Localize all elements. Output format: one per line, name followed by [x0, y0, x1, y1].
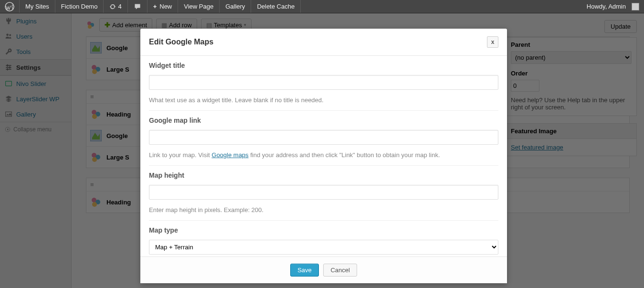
- modal-close-button[interactable]: x: [487, 36, 498, 48]
- save-button[interactable]: Save: [290, 264, 319, 277]
- site-name-link[interactable]: Fiction Demo: [55, 0, 104, 13]
- svg-point-0: [5, 2, 14, 11]
- my-sites-link[interactable]: My Sites: [20, 0, 55, 13]
- admin-bar-right[interactable]: Howdy, Admin: [583, 0, 644, 13]
- field-desc: Link to your map. Visit Google maps find…: [149, 151, 498, 159]
- refresh-icon: [109, 3, 116, 10]
- field-desc: Enter map height in pixels. Example: 200…: [149, 206, 498, 213]
- admin-bar-left: My Sites Fiction Demo 4 + New View Page …: [0, 0, 301, 13]
- new-link[interactable]: + New: [148, 0, 179, 13]
- wordpress-icon: [5, 2, 14, 11]
- howdy-text: Howdy, Admin: [583, 3, 630, 10]
- admin-bar: My Sites Fiction Demo 4 + New View Page …: [0, 0, 644, 13]
- new-label: New: [159, 3, 172, 10]
- modal-title: Edit Google Maps: [149, 38, 213, 46]
- comments-link[interactable]: [128, 0, 148, 13]
- desc-post: find your address and then click "Link" …: [249, 151, 440, 159]
- modal-body: Widget title What text use as a widget t…: [140, 56, 507, 256]
- map-type-field: Map type Map + Terrain Select map type.: [149, 226, 498, 256]
- updates-count: 4: [118, 3, 121, 10]
- google-maps-link[interactable]: Google maps: [211, 151, 248, 159]
- delete-cache-link[interactable]: Delete Cache: [251, 0, 301, 13]
- map-link-field: Google map link Link to your map. Visit …: [149, 117, 498, 166]
- desc-pre: Link to your map. Visit: [149, 151, 211, 159]
- updates-link[interactable]: 4: [104, 0, 127, 13]
- map-link-input[interactable]: [149, 130, 498, 145]
- field-label: Google map link: [149, 117, 498, 124]
- edit-google-maps-modal: Edit Google Maps x Widget title What tex…: [140, 29, 507, 283]
- view-page-link[interactable]: View Page: [178, 0, 220, 13]
- comment-icon: [134, 3, 141, 11]
- field-label: Map type: [149, 226, 498, 234]
- map-type-select[interactable]: Map + Terrain: [149, 240, 498, 255]
- gallery-link[interactable]: Gallery: [220, 0, 251, 13]
- field-label: Widget title: [149, 62, 498, 69]
- cancel-button[interactable]: Cancel: [323, 264, 357, 277]
- field-label: Map height: [149, 171, 498, 179]
- plus-icon: +: [153, 3, 157, 10]
- field-desc: What text use as a widget title. Leave b…: [149, 96, 498, 104]
- modal-header: Edit Google Maps x: [140, 29, 507, 56]
- map-height-field: Map height Enter map height in pixels. E…: [149, 171, 498, 221]
- map-height-input[interactable]: [149, 185, 498, 200]
- wp-logo[interactable]: [0, 0, 20, 13]
- widget-title-input[interactable]: [149, 75, 498, 90]
- widget-title-field: Widget title What text use as a widget t…: [149, 62, 498, 111]
- modal-footer: Save Cancel: [140, 256, 507, 283]
- avatar-icon: [632, 3, 639, 11]
